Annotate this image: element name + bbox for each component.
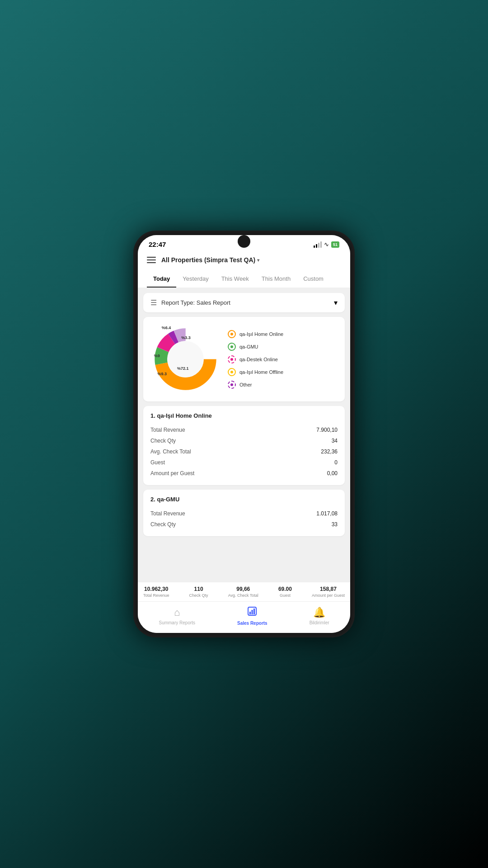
- label-amount-guest-0: Amount per Guest: [150, 470, 194, 476]
- value-guest-0: 0: [334, 459, 338, 466]
- bell-icon: 🔔: [313, 607, 325, 618]
- value-avg-check-0: 232,36: [321, 448, 338, 455]
- legend-item-0: qa-Işıl Home Online: [228, 330, 338, 338]
- nav-label-sales-reports: Sales Reports: [237, 621, 267, 626]
- nav-label-bildirimler: Bildirimler: [310, 620, 329, 625]
- value-total-revenue-0: 7.900,10: [316, 427, 338, 433]
- donut-center: [167, 341, 204, 377]
- label-guest-0: Guest: [150, 459, 165, 466]
- legend-icon-yellow: [228, 368, 236, 376]
- tab-this-week[interactable]: This Week: [215, 271, 255, 288]
- data-row-amount-guest-0: Amount per Guest 0,00: [150, 468, 338, 479]
- data-card-title-0: 1. qa-Işıl Home Online: [150, 412, 338, 419]
- summary-check-qty: 110 Check Qty: [189, 586, 208, 598]
- data-row-guest-0: Guest 0: [150, 457, 338, 468]
- battery-icon: 51: [331, 241, 339, 248]
- summary-check-qty-value: 110: [194, 586, 203, 592]
- phone-frame: 22:47 ∿ 51 All Properties (Simpra Test Q…: [133, 231, 355, 637]
- data-card-0: 1. qa-Işıl Home Online Total Revenue 7.9…: [143, 406, 345, 485]
- date-tabs: Today Yesterday This Week This Month Cus…: [147, 271, 341, 288]
- dropdown-arrow-icon: ▾: [334, 298, 338, 307]
- legend-label-4: Other: [239, 382, 252, 387]
- summary-total-revenue: 10.962,30 Total Revenue: [143, 586, 169, 598]
- chevron-down-icon: ▾: [257, 258, 259, 263]
- value-check-qty-0: 34: [332, 438, 338, 444]
- legend-item-1: qa-GMU: [228, 343, 338, 351]
- chart-icon: [247, 606, 257, 619]
- label-check-qty-1: Check Qty: [150, 521, 176, 528]
- summary-guest: 69.00 Guest: [278, 586, 292, 598]
- value-check-qty-1: 33: [332, 521, 338, 528]
- legend-item-3: qa-Işıl Home Offline: [228, 368, 338, 376]
- summary-guest-label: Guest: [280, 593, 291, 598]
- status-time: 22:47: [149, 241, 166, 248]
- label-check-qty-0: Check Qty: [150, 438, 176, 444]
- data-row-total-revenue-1: Total Revenue 1.017,08: [150, 508, 338, 519]
- data-card-title-1: 2. qa-GMU: [150, 496, 338, 503]
- status-icons: ∿ 51: [314, 241, 339, 248]
- svg-rect-2: [252, 610, 253, 614]
- value-amount-guest-0: 0,00: [327, 470, 338, 476]
- chart-section: %72.1 %9.3 %9 %3.3 %6.4 qa-Işıl Home Onl…: [143, 317, 345, 401]
- summary-check-qty-label: Check Qty: [189, 593, 208, 598]
- home-icon: ⌂: [174, 607, 180, 618]
- legend-item-2: qa-Destek Online: [228, 355, 338, 363]
- property-selector[interactable]: All Properties (Simpra Test QA) ▾: [161, 256, 259, 264]
- signal-icon: [314, 241, 322, 248]
- value-total-revenue-1: 1.017,08: [316, 510, 338, 517]
- data-row-check-qty-1: Check Qty 33: [150, 519, 338, 530]
- tab-today[interactable]: Today: [147, 271, 176, 288]
- svg-rect-3: [253, 609, 255, 614]
- nav-label-summary-reports: Summary Reports: [159, 620, 195, 625]
- main-content: ☰ Report Type: Sales Report ▾: [138, 288, 350, 582]
- tab-this-month[interactable]: This Month: [255, 271, 297, 288]
- summary-amount-guest-value: 158,87: [320, 586, 337, 592]
- summary-total-revenue-label: Total Revenue: [143, 593, 169, 598]
- summary-avg-check: 99,66 Avg. Check Total: [228, 586, 258, 598]
- nav-item-summary-reports[interactable]: ⌂ Summary Reports: [159, 607, 195, 625]
- svg-rect-1: [249, 612, 251, 614]
- wifi-icon: ∿: [324, 241, 329, 248]
- report-type-selector[interactable]: ☰ Report Type: Sales Report ▾: [143, 293, 345, 312]
- legend-label-0: qa-Işıl Home Online: [239, 331, 283, 337]
- data-row-total-revenue-0: Total Revenue 7.900,10: [150, 425, 338, 435]
- header: All Properties (Simpra Test QA) ▾ Today …: [138, 252, 350, 288]
- summary-amount-guest: 158,87 Amount per Guest: [312, 586, 345, 598]
- donut-svg: [150, 324, 221, 394]
- legend-label-1: qa-GMU: [239, 344, 258, 349]
- header-top: All Properties (Simpra Test QA) ▾: [147, 256, 341, 264]
- summary-total-revenue-value: 10.962,30: [144, 586, 168, 592]
- report-type-label: Report Type: Sales Report: [161, 299, 230, 306]
- chart-legend: qa-Işıl Home Online qa-GMU qa-Destek Onl…: [228, 330, 338, 389]
- legend-icon-pink: [228, 355, 236, 363]
- donut-chart: %72.1 %9.3 %9 %3.3 %6.4: [150, 324, 221, 394]
- label-avg-check-0: Avg. Check Total: [150, 448, 191, 455]
- legend-label-2: qa-Destek Online: [239, 357, 278, 362]
- menu-button[interactable]: [147, 257, 156, 263]
- nav-item-sales-reports[interactable]: Sales Reports: [237, 606, 267, 626]
- property-name: All Properties (Simpra Test QA): [161, 256, 255, 264]
- filter-icon: ☰: [150, 298, 157, 307]
- legend-icon-purple: [228, 381, 236, 389]
- summary-avg-check-value: 99,66: [236, 586, 250, 592]
- phone-screen: 22:47 ∿ 51 All Properties (Simpra Test Q…: [138, 235, 350, 633]
- tab-yesterday[interactable]: Yesterday: [176, 271, 215, 288]
- legend-item-4: Other: [228, 381, 338, 389]
- summary-amount-guest-label: Amount per Guest: [312, 593, 345, 598]
- tab-custom[interactable]: Custom: [297, 271, 330, 288]
- summary-avg-check-label: Avg. Check Total: [228, 593, 258, 598]
- label-total-revenue-0: Total Revenue: [150, 427, 185, 433]
- label-total-revenue-1: Total Revenue: [150, 510, 185, 517]
- data-row-avg-check-0: Avg. Check Total 232,36: [150, 446, 338, 457]
- legend-icon-green: [228, 343, 236, 351]
- data-row-check-qty-0: Check Qty 34: [150, 435, 338, 446]
- legend-icon-orange: [228, 330, 236, 338]
- camera-notch: [238, 235, 250, 248]
- legend-label-3: qa-Işıl Home Offline: [239, 369, 283, 375]
- report-selector-left: ☰ Report Type: Sales Report: [150, 298, 230, 307]
- nav-item-bildirimler[interactable]: 🔔 Bildirimler: [310, 607, 329, 625]
- summary-guest-value: 69.00: [278, 586, 292, 592]
- summary-bar: 10.962,30 Total Revenue 110 Check Qty 99…: [138, 582, 350, 601]
- bottom-nav: ⌂ Summary Reports Sales Reports 🔔 Bildir…: [138, 601, 350, 633]
- data-card-1: 2. qa-GMU Total Revenue 1.017,08 Check Q…: [143, 490, 345, 536]
